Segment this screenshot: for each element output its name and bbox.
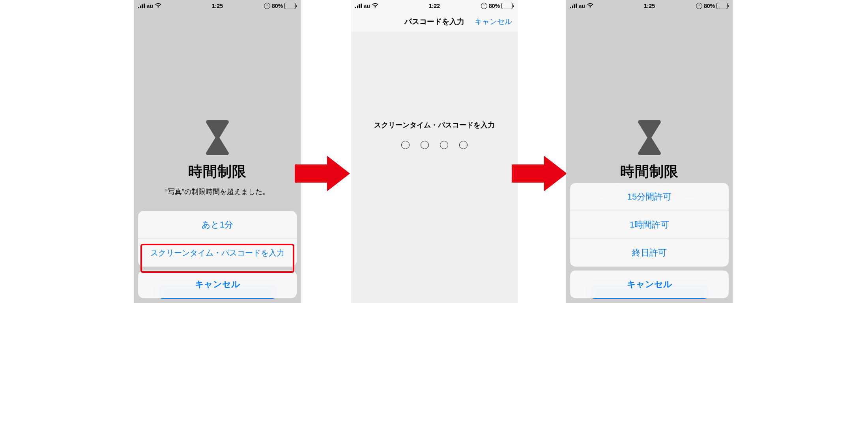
one-more-minute-button[interactable]: あと1分 bbox=[138, 211, 297, 239]
cancel-button[interactable]: キャンセル bbox=[570, 271, 729, 298]
battery-icon bbox=[716, 3, 729, 9]
allow-all-day-button[interactable]: 終日許可 bbox=[570, 239, 729, 267]
time-limit-panel: 時間制限 “写真”の制限時間を超えました。 bbox=[134, 120, 301, 196]
alarm-icon bbox=[696, 3, 702, 9]
nav-title: パスコードを入力 bbox=[404, 17, 464, 27]
allow-15-min-button[interactable]: 15分間許可 bbox=[570, 183, 729, 211]
action-sheet: 15分間許可 1時間許可 終日許可 キャンセル bbox=[570, 183, 729, 298]
screenshot-1: au 1:25 80% 時間制限 “写真”の制限時間を超えました。 あと1分 ス… bbox=[134, 0, 301, 303]
status-bar: au 1:25 80% bbox=[134, 0, 301, 12]
limit-title: 時間制限 bbox=[134, 162, 301, 181]
enter-screentime-passcode-button[interactable]: スクリーンタイム・パスコードを入力 bbox=[138, 239, 297, 267]
status-bar: au 1:25 80% bbox=[566, 0, 733, 12]
nav-bar: パスコードを入力 キャンセル bbox=[351, 12, 518, 32]
passcode-dot bbox=[421, 141, 429, 149]
clock-time: 1:22 bbox=[351, 3, 518, 9]
passcode-dot bbox=[440, 141, 448, 149]
hourglass-icon bbox=[637, 120, 662, 155]
cancel-button[interactable]: キャンセル bbox=[138, 271, 297, 298]
limit-subtitle: “写真”の制限時間を超えました。 bbox=[134, 187, 301, 196]
allow-1-hour-button[interactable]: 1時間許可 bbox=[570, 211, 729, 239]
right-arrow-icon bbox=[512, 156, 567, 191]
passcode-entry-area: スクリーンタイム・パスコードを入力 bbox=[351, 32, 518, 303]
battery-icon bbox=[501, 3, 514, 9]
svg-marker-1 bbox=[512, 156, 567, 191]
passcode-dot bbox=[459, 141, 468, 149]
alarm-icon bbox=[481, 3, 487, 9]
battery-icon bbox=[284, 3, 297, 9]
clock-time: 1:25 bbox=[566, 3, 733, 9]
action-sheet: あと1分 スクリーンタイム・パスコードを入力 キャンセル bbox=[138, 211, 297, 298]
screenshot-3: au 1:25 80% 時間制限 “写真”の制限時間を超えました。 15分間許可… bbox=[566, 0, 733, 303]
limit-title: 時間制限 bbox=[566, 162, 733, 181]
status-bar: au 1:22 80% bbox=[351, 0, 518, 12]
svg-marker-0 bbox=[295, 156, 350, 191]
screenshot-2: au 1:22 80% パスコードを入力 キャンセル スクリーンタイム・パスコー… bbox=[351, 0, 518, 303]
right-arrow-icon bbox=[295, 156, 350, 191]
passcode-dot bbox=[401, 141, 410, 149]
clock-time: 1:25 bbox=[134, 3, 301, 9]
nav-cancel-button[interactable]: キャンセル bbox=[475, 17, 512, 27]
hourglass-icon bbox=[205, 120, 230, 155]
passcode-prompt: スクリーンタイム・パスコードを入力 bbox=[351, 120, 518, 130]
alarm-icon bbox=[264, 3, 270, 9]
passcode-dots[interactable] bbox=[351, 141, 518, 149]
